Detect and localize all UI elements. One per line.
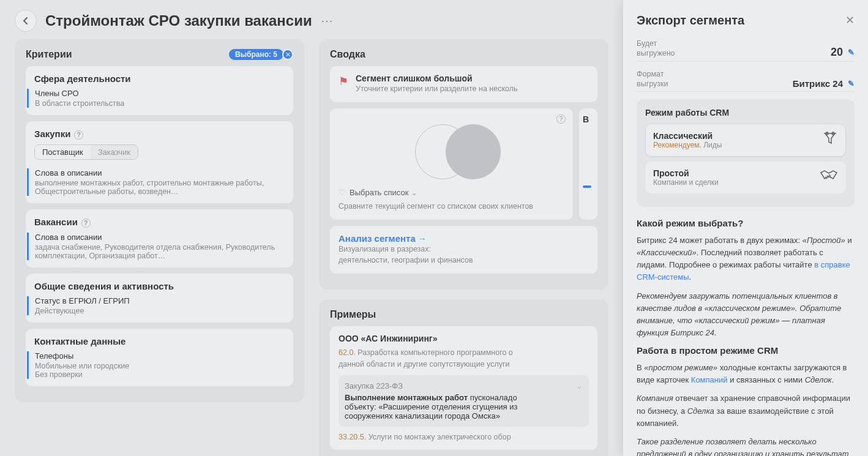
meta-label: Будет выгружено	[637, 39, 686, 59]
okved-code: 62.0.	[339, 348, 356, 357]
page-title: Строймонтаж СРО закупки вакансии	[45, 12, 312, 29]
export-format-value: Битрикс 24	[793, 78, 843, 89]
card-title: Закупки?	[34, 129, 285, 140]
criteria-card-procurement[interactable]: Закупки? Поставщик Заказчик Слова в опис…	[26, 121, 293, 203]
meta-label: Формат выгрузки	[637, 69, 686, 89]
help-note: Рекомендуем загружать потенциальных клие…	[637, 290, 855, 340]
analysis-link[interactable]: Анализ сегмента	[339, 233, 416, 244]
select-list-dropdown[interactable]: ♡Выбрать список ⌄	[339, 188, 564, 197]
help-note: Такое разделение позволяет делать нескол…	[637, 436, 855, 456]
criteria-row-title: Статус в ЕГРЮЛ / ЕГРИП	[35, 296, 285, 305]
criteria-card-activity[interactable]: Сфера деятельности Члены СРО В области с…	[26, 66, 293, 115]
venn-card[interactable]: ? ♡Выбрать список ⌄ Сравните текущий сег…	[330, 108, 573, 220]
mode-simple-option[interactable]: Простой Компании и сделки	[645, 162, 846, 193]
venn-desc: Сравните текущий сегмент со списком свои…	[339, 201, 564, 212]
criteria-title: Критерии	[26, 49, 72, 60]
criteria-row-desc: Мобильные или городские	[35, 362, 285, 370]
examples-title: Примеры	[330, 309, 597, 320]
criteria-card-general[interactable]: Общие сведения и активность Статус в ЕГР…	[26, 274, 293, 323]
summary-title: Сводка	[330, 49, 597, 60]
criteria-card-contacts[interactable]: Контактные данные Телефоны Мобильные или…	[26, 329, 293, 386]
criteria-row-desc: Без проверки	[35, 370, 285, 379]
crm-mode-section: Режим работы CRM Классический Рекомендуе…	[637, 99, 855, 207]
flag-icon: ⚑	[339, 75, 348, 95]
summary-panel: Сводка ⚑ Сегмент слишком большой Уточнит…	[319, 39, 608, 290]
segment-supplier-button[interactable]: Поставщик	[35, 145, 91, 159]
help-paragraph: Битрикс 24 может работать в двух режимах…	[637, 234, 855, 284]
export-count-value: 20	[831, 46, 843, 59]
help-heading: Работа в простом режиме CRM	[637, 345, 855, 356]
companies-link[interactable]: Компаний	[691, 375, 728, 384]
criteria-card-vacancies[interactable]: Вакансии? Слова в описании задача снабже…	[26, 209, 293, 267]
heart-icon: ♡	[339, 188, 346, 197]
segment-customer-button[interactable]: Заказчик	[91, 145, 138, 159]
drawer-title: Экспорт сегмента	[637, 13, 744, 28]
sub-title: Закупка 223-ФЗ	[345, 381, 403, 391]
mode-classic-option[interactable]: Классический Рекомендуем. Лиды	[645, 124, 846, 157]
card-title: Вакансии?	[34, 217, 285, 228]
card-title: Сфера деятельности	[34, 73, 285, 84]
alert-desc: Уточните критерии или разделите на неско…	[356, 83, 518, 95]
analysis-desc: деятельности, географии и финансов	[339, 255, 589, 266]
hidden-stat-card: В	[579, 108, 597, 220]
okved-code: 33.20.5.	[339, 433, 366, 441]
criteria-row-title: Слова в описании	[35, 233, 285, 242]
help-paragraph: В «простом режиме» холодные контакты заг…	[637, 362, 855, 386]
criteria-panel: Критерии Выбрано: 5 ✕ Сфера деятельности…	[15, 39, 304, 402]
help-paragraph: Компания отвечает за хранение справочной…	[637, 392, 855, 429]
funnel-icon	[822, 130, 838, 150]
help-icon[interactable]: ?	[81, 219, 91, 228]
back-button[interactable]	[15, 10, 37, 32]
chevron-down-icon[interactable]: ⌄	[576, 381, 583, 391]
card-title: Контактные данные	[34, 336, 285, 346]
alert-card: ⚑ Сегмент слишком большой Уточните крите…	[330, 66, 597, 102]
edit-count-button[interactable]: ✎	[848, 48, 855, 57]
handshake-icon	[820, 169, 838, 186]
criteria-row-desc: выполнение монтажных работ, строительно …	[35, 179, 285, 196]
analysis-desc: Визуализация в разрезах:	[339, 244, 589, 255]
venn-diagram	[339, 118, 564, 185]
criteria-row-title: Телефоны	[35, 351, 285, 361]
arrow-right-icon: →	[418, 234, 427, 244]
criteria-row-desc: задача снабжение, Руководителя отдела сн…	[35, 243, 285, 260]
example-company: ООО «АС Инжиниринг»	[339, 334, 589, 343]
mode-name: Простой	[653, 168, 719, 178]
example-subcard: Закупка 223-ФЗ⌄ Выполнение монтажных раб…	[339, 375, 589, 427]
more-menu-button[interactable]: ⋯	[321, 13, 334, 28]
criteria-row-title: Члены СРО	[35, 89, 285, 98]
alert-title: Сегмент слишком большой	[356, 73, 518, 83]
crm-mode-title: Режим работы CRM	[645, 108, 846, 118]
mode-name: Классический	[653, 131, 722, 141]
criteria-row-desc: В области строительства	[35, 99, 285, 108]
criteria-row-desc: Действующее	[35, 307, 285, 315]
card-title: Общие сведения и активность	[34, 281, 285, 291]
selected-count-chip[interactable]: Выбрано: 5	[229, 49, 283, 60]
clear-selection-button[interactable]: ✕	[282, 49, 293, 60]
criteria-row-title: Слова в описании	[35, 168, 285, 178]
example-card[interactable]: ООО «АС Инжиниринг» 62.0. Разработка ком…	[330, 326, 597, 450]
export-drawer: Экспорт сегмента ✕ Будет выгружено 20✎ Ф…	[623, 0, 868, 456]
close-button[interactable]: ✕	[845, 13, 855, 27]
edit-format-button[interactable]: ✎	[848, 79, 855, 88]
examples-panel: Примеры ООО «АС Инжиниринг» 62.0. Разраб…	[319, 299, 608, 456]
help-heading: Какой режим выбрать?	[637, 218, 855, 228]
help-icon[interactable]: ?	[74, 130, 83, 140]
analysis-card[interactable]: Анализ сегмента → Визуализация в разреза…	[330, 226, 597, 274]
